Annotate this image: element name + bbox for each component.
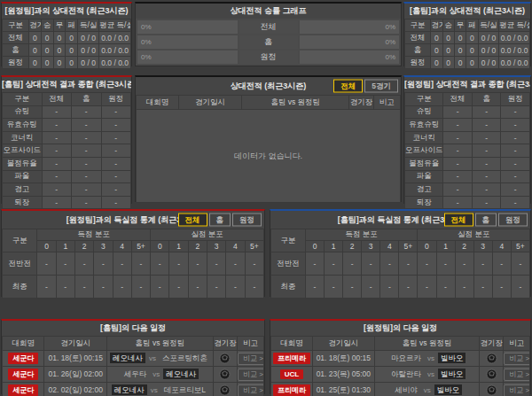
- away-team[interactable]: 빌바오: [434, 384, 463, 395]
- panel-goals-home: [원정팀]과의 득실점 통계 (최근3시즌) 전체홈원정 구분 득점 분포 실점…: [1, 209, 265, 297]
- panel-title: [원정팀]과의 상대전적 (최근3시즌): [2, 4, 131, 19]
- home-team[interactable]: 레오네사: [110, 353, 145, 363]
- cell: -: [74, 252, 93, 276]
- away-team[interactable]: 빌바오: [438, 353, 466, 363]
- bins-header-row: 012345+012345+: [3, 241, 264, 252]
- cell: -: [56, 252, 74, 276]
- home-team[interactable]: 레오네사: [112, 384, 147, 395]
- compare-button[interactable]: 비교 >: [504, 369, 529, 381]
- compare-button[interactable]: 비교 >: [238, 353, 264, 365]
- home-team[interactable]: 세우타: [121, 369, 150, 379]
- winrate-row: 0% 원정 0%: [137, 50, 399, 64]
- league-badge: UCL: [280, 369, 303, 379]
- bin-header: 2: [455, 241, 473, 252]
- panel-title: [원정팀]의 다음 일정: [270, 321, 530, 336]
- away-team[interactable]: 빌바오: [438, 369, 466, 379]
- league-cell: 세군다: [3, 351, 44, 367]
- row-label: 코너킥: [3, 131, 43, 144]
- cell: -: [169, 276, 188, 299]
- filter-button[interactable]: 원정: [232, 214, 262, 227]
- cell: -: [151, 276, 169, 299]
- column-header: 홈: [72, 93, 102, 106]
- row-label: 파울: [3, 170, 43, 183]
- home-team[interactable]: 마요르카: [388, 353, 424, 363]
- filter-button[interactable]: 홈: [209, 214, 231, 227]
- cell: 0 / 0: [478, 44, 499, 57]
- stadium-ball-icon[interactable]: [486, 353, 497, 364]
- cell: -: [101, 131, 131, 144]
- filter-buttons: 전체홈원정: [444, 214, 528, 227]
- filter-button[interactable]: 전체: [178, 214, 207, 227]
- group-header-conceded: 실점 분포: [418, 229, 530, 241]
- column-header: 구분: [271, 229, 306, 252]
- table-row: 전체 0 0 0 0 0 / 0 0.0 / 0.0: [405, 32, 530, 44]
- winrate-left-value: 0%: [141, 38, 152, 46]
- bin-header: 4: [492, 241, 511, 252]
- cell: -: [343, 276, 362, 299]
- cell: -: [305, 276, 324, 299]
- stadium-ball-icon[interactable]: [486, 384, 497, 396]
- bin-header: 5+: [399, 241, 418, 252]
- bin-header: 3: [207, 241, 226, 252]
- bin-header: 2: [188, 241, 207, 252]
- table-row: 전반전 -- -- -- -- -- --: [271, 252, 530, 276]
- panel-summary-away: [원정팀] 상대전적 결과 종합 (최근3시즌 평균) 구분전체홈원정 슈팅 -…: [403, 75, 531, 204]
- stadium-ball-icon[interactable]: [219, 353, 231, 364]
- cell: -: [443, 170, 473, 183]
- compare-button[interactable]: 비교 >: [504, 353, 529, 365]
- winrate-bar-home: 0%: [137, 35, 238, 49]
- league-cell: 프리메라: [271, 383, 313, 396]
- compare-button[interactable]: 비교 >: [238, 384, 264, 396]
- league-cell: 프리메라: [271, 351, 313, 367]
- compare-button[interactable]: 비교 >: [238, 369, 264, 381]
- match-cell: 레오네사vs데포르티보L: [106, 383, 213, 396]
- filter-button[interactable]: 홈: [475, 214, 497, 227]
- league-cell: 세군다: [3, 367, 44, 383]
- cell: -: [325, 252, 343, 276]
- cell: -: [72, 170, 102, 183]
- bin-header: 3: [94, 241, 113, 252]
- column-header: 구분: [3, 229, 37, 252]
- venue-cell: [213, 383, 237, 396]
- away-team[interactable]: 데포르티보L: [161, 384, 208, 395]
- column-header: 경기장: [349, 96, 373, 110]
- stadium-ball-icon[interactable]: [219, 384, 231, 396]
- cell: 0: [66, 57, 78, 69]
- filter-button[interactable]: 전체: [444, 214, 473, 227]
- table-row: 원정 0 0 0 0 0 / 0 0.0 / 0.0: [3, 57, 131, 69]
- cell: -: [362, 276, 380, 299]
- column-header: 구분: [405, 19, 431, 32]
- home-team[interactable]: 세비야: [392, 384, 420, 395]
- row-label: 원정: [3, 57, 29, 69]
- bin-header: 1: [325, 241, 343, 252]
- match-datetime: 01. 25(토) 01:30: [312, 383, 374, 396]
- compare-button[interactable]: 비교 >: [504, 384, 529, 396]
- cell: -: [72, 119, 102, 132]
- away-team[interactable]: 레오네사: [163, 369, 199, 379]
- row-label: 오프사이드: [3, 144, 43, 158]
- match-datetime: 01. 23(목) 05:00: [312, 367, 374, 383]
- group-header-scored: 득점 분포: [37, 229, 151, 241]
- compare-cell: 비교 >: [504, 351, 530, 367]
- summary-away-table: 구분전체홈원정 슈팅 - - - 유효슈팅 - - - 코너킥 - - - 오프…: [404, 92, 530, 209]
- stadium-ball-icon[interactable]: [219, 369, 231, 380]
- stadium-ball-icon[interactable]: [486, 369, 497, 380]
- column-header: 득/실: [78, 19, 99, 32]
- filter-button[interactable]: 원정: [498, 214, 528, 227]
- filter-button[interactable]: 5경기: [364, 80, 398, 93]
- vs-label: vs: [424, 386, 431, 394]
- filter-button[interactable]: 전체: [333, 80, 363, 93]
- table-row: 볼점유율 - - -: [405, 157, 530, 170]
- league-badge: 프리메라: [273, 353, 310, 364]
- table-row: 파울 - - -: [3, 170, 131, 183]
- vs-label: vs: [153, 370, 160, 378]
- cell: 0: [29, 57, 42, 69]
- bin-header: 3: [473, 241, 492, 252]
- home-team[interactable]: 아탈란타: [388, 369, 424, 379]
- header-row: 대회명경기일시홈팀 vs 원정팀경기장비고: [137, 96, 401, 110]
- bin-header: 2: [343, 241, 362, 252]
- cell: 0: [41, 32, 53, 44]
- cell: -: [511, 276, 529, 299]
- away-team[interactable]: 스포르팅히혼: [160, 353, 210, 363]
- bin-header: 1: [436, 241, 455, 252]
